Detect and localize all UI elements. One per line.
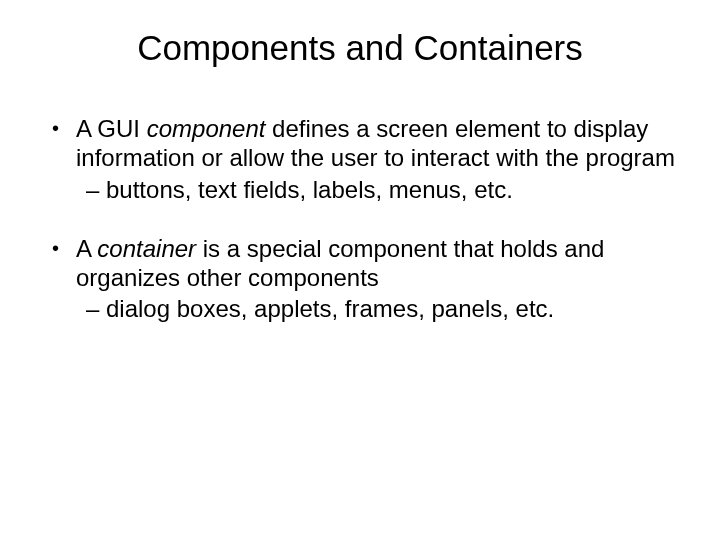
bullet-text-pre: A GUI [76, 115, 147, 142]
sub-list: buttons, text fields, labels, menus, etc… [76, 175, 680, 204]
sub-bullet-text: buttons, text fields, labels, menus, etc… [106, 176, 513, 203]
bullet-text-em: container [97, 235, 196, 262]
bullet-text-pre: A [76, 235, 97, 262]
sub-list-item: buttons, text fields, labels, menus, etc… [86, 175, 680, 204]
list-item: A GUI component defines a screen element… [48, 114, 680, 204]
bullet-list: A GUI component defines a screen element… [40, 114, 680, 324]
slide: Components and Containers A GUI componen… [0, 0, 720, 540]
sub-list-item: dialog boxes, applets, frames, panels, e… [86, 294, 680, 323]
bullet-text-em: component [147, 115, 266, 142]
sub-bullet-text: dialog boxes, applets, frames, panels, e… [106, 295, 554, 322]
slide-title: Components and Containers [40, 28, 680, 68]
list-item: A container is a special component that … [48, 234, 680, 324]
sub-list: dialog boxes, applets, frames, panels, e… [76, 294, 680, 323]
